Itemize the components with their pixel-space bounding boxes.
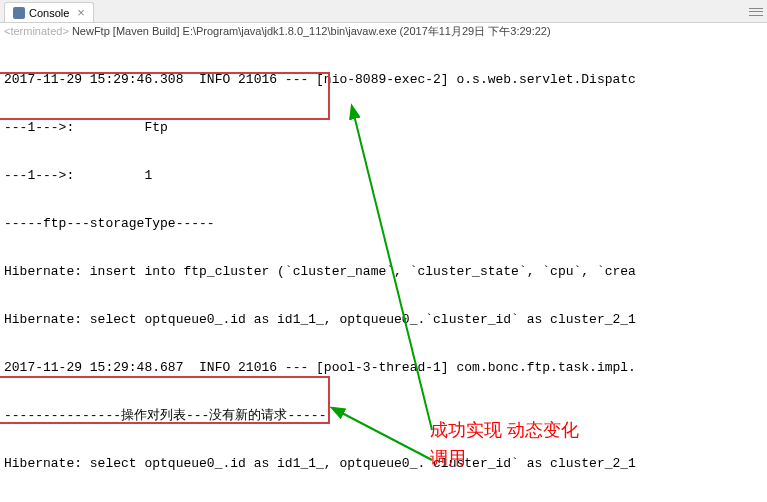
console-tab-icon bbox=[13, 7, 25, 19]
terminated-label: <terminated> bbox=[4, 25, 69, 37]
tab-bar: Console × bbox=[0, 0, 767, 23]
annotation-text: 成功实现 动态变化 bbox=[430, 422, 579, 438]
log-line: Hibernate: select optqueue0_.id as id1_1… bbox=[4, 456, 763, 472]
console-tab[interactable]: Console × bbox=[4, 2, 94, 22]
log-line: ---------------操作对列表---没有新的请求----- bbox=[4, 408, 763, 424]
log-line: ---1--->: Ftp bbox=[4, 120, 763, 136]
console-tab-label: Console bbox=[29, 7, 69, 19]
log-line: Hibernate: insert into ftp_cluster (`clu… bbox=[4, 264, 763, 280]
close-icon[interactable]: × bbox=[77, 5, 85, 20]
log-line: -----ftp---storageType----- bbox=[4, 216, 763, 232]
status-text: NewFtp [Maven Build] E:\Program\java\jdk… bbox=[72, 25, 551, 37]
minimize-icon[interactable] bbox=[749, 7, 763, 17]
log-line: 2017-11-29 15:29:46.308 INFO 21016 --- [… bbox=[4, 72, 763, 88]
log-line: ---1--->: 1 bbox=[4, 168, 763, 184]
console-output[interactable]: 2017-11-29 15:29:46.308 INFO 21016 --- [… bbox=[0, 40, 767, 502]
log-line: Hibernate: select optqueue0_.id as id1_1… bbox=[4, 312, 763, 328]
log-line: 2017-11-29 15:29:48.687 INFO 21016 --- [… bbox=[4, 360, 763, 376]
status-line: <terminated> NewFtp [Maven Build] E:\Pro… bbox=[0, 23, 767, 40]
